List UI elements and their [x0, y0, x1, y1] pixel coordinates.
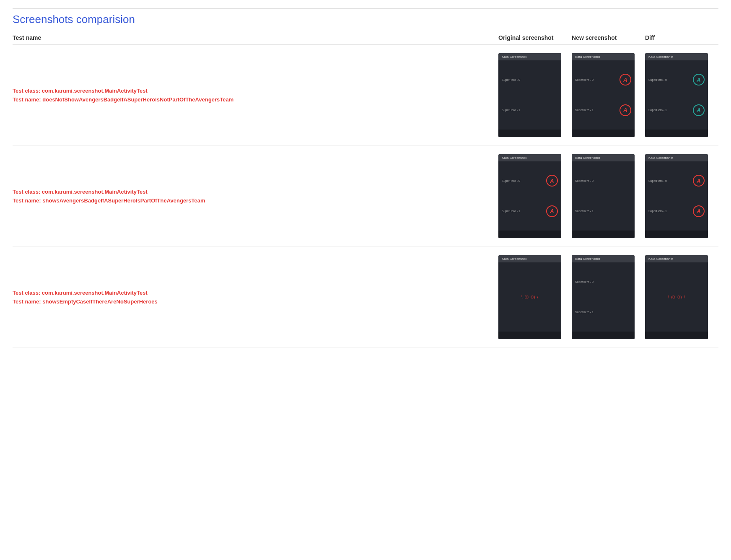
screen-footer — [572, 332, 635, 339]
superhero-label-1: SuperHero - 1 — [575, 109, 594, 111]
avengers-badge-bottom: A — [693, 104, 705, 116]
empty-state-text: \_(ʘ_ʘ)_/ — [502, 287, 558, 308]
superhero-label-0: SuperHero - 0 — [502, 78, 520, 81]
superhero-label-1: SuperHero - 1 — [648, 210, 667, 213]
test-class-label-1: Test class: com.karumi.screenshot.MainAc… — [13, 189, 490, 195]
test-name-label-0: Test name: doesNotShowAvengersBadgeIfASu… — [13, 96, 490, 103]
screen-footer — [645, 130, 708, 137]
screen-row-bottom: SuperHero - 1A — [502, 204, 558, 219]
avengers-badge-bottom: A — [620, 104, 631, 116]
screen-row-top: SuperHero - 0 — [575, 279, 631, 285]
table-row-0: Test class: com.karumi.screenshot.MainAc… — [13, 45, 718, 146]
screen-row-bottom: SuperHero - 1A — [575, 103, 631, 118]
screen-row-bottom: SuperHero - 1A — [648, 103, 705, 118]
avengers-badge-top: A — [693, 175, 705, 187]
test-class-label-2: Test class: com.karumi.screenshot.MainAc… — [13, 290, 490, 296]
superhero-label-0: SuperHero - 0 — [648, 78, 667, 81]
table-row-2: Test class: com.karumi.screenshot.MainAc… — [13, 247, 718, 348]
screen-title-bar: Kata Screenshot — [645, 255, 708, 262]
test-info-2: Test class: com.karumi.screenshot.MainAc… — [13, 290, 498, 305]
screen-row-bottom: SuperHero - 1 — [502, 107, 558, 113]
screen-footer — [645, 231, 708, 238]
avengers-badge-bottom: A — [693, 205, 705, 217]
screenshot-cell-new-0[interactable]: Kata ScreenshotSuperHero - 0ASuperHero -… — [572, 53, 641, 137]
screenshot-cell-diff-0[interactable]: Kata ScreenshotSuperHero - 0ASuperHero -… — [645, 53, 714, 137]
screenshot-cell-original-1[interactable]: Kata ScreenshotSuperHero - 0ASuperHero -… — [498, 154, 568, 238]
screen-footer — [572, 231, 635, 238]
superhero-label-0: SuperHero - 0 — [575, 78, 594, 81]
screen-title-bar: Kata Screenshot — [645, 154, 708, 161]
superhero-label-1: SuperHero - 1 — [502, 109, 520, 111]
avengers-badge-top: A — [693, 74, 705, 86]
superhero-label-0: SuperHero - 0 — [502, 179, 520, 182]
screenshot-cell-new-1[interactable]: Kata ScreenshotSuperHero - 0SuperHero - … — [572, 154, 641, 238]
screen-title-bar: Kata Screenshot — [645, 53, 708, 60]
screen-footer — [498, 332, 561, 339]
superhero-label-0: SuperHero - 0 — [648, 179, 667, 182]
col-header-test-name: Test name — [13, 34, 498, 41]
screenshot-cell-original-2[interactable]: Kata Screenshot\_(ʘ_ʘ)_/ — [498, 255, 568, 339]
superhero-label-1: SuperHero - 1 — [648, 109, 667, 111]
avengers-badge-top: A — [546, 175, 558, 187]
superhero-label-1: SuperHero - 1 — [575, 311, 594, 314]
screen-footer — [645, 332, 708, 339]
superhero-label-0: SuperHero - 0 — [575, 179, 594, 182]
screen-row-bottom: SuperHero - 1A — [648, 204, 705, 219]
screen-row-bottom: SuperHero - 1 — [575, 309, 631, 315]
test-info-0: Test class: com.karumi.screenshot.MainAc… — [13, 88, 498, 103]
screenshot-cell-original-0[interactable]: Kata ScreenshotSuperHero - 0SuperHero - … — [498, 53, 568, 137]
screen-title-bar: Kata Screenshot — [498, 255, 561, 262]
avengers-badge-bottom: A — [546, 205, 558, 217]
test-name-label-2: Test name: showsEmptyCaseIfThereAreNoSup… — [13, 298, 490, 305]
screen-row-bottom: SuperHero - 1 — [575, 208, 631, 214]
test-class-label-0: Test class: com.karumi.screenshot.MainAc… — [13, 88, 490, 94]
screen-title-bar: Kata Screenshot — [572, 154, 635, 161]
screen-row-top: SuperHero - 0A — [648, 173, 705, 188]
screenshot-cell-diff-2[interactable]: Kata Screenshot\_(ʘ_ʘ)_/ — [645, 255, 714, 339]
test-name-label-1: Test name: showsAvengersBadgeIfASuperHer… — [13, 197, 490, 204]
table-header: Test name Original screenshot New screen… — [13, 34, 718, 45]
screen-row-top: SuperHero - 0 — [502, 77, 558, 83]
empty-state-text: \_(ʘ_ʘ)_/ — [648, 287, 705, 308]
table-row-1: Test class: com.karumi.screenshot.MainAc… — [13, 146, 718, 247]
col-header-new: New screenshot — [572, 34, 641, 41]
screen-row-top: SuperHero - 0A — [575, 72, 631, 87]
screen-row-top: SuperHero - 0A — [502, 173, 558, 188]
screen-row-top: SuperHero - 0 — [575, 178, 631, 184]
screen-row-top: SuperHero - 0A — [648, 72, 705, 87]
screen-footer — [498, 130, 561, 137]
screen-title-bar: Kata Screenshot — [498, 53, 561, 60]
rows-container: Test class: com.karumi.screenshot.MainAc… — [13, 45, 718, 348]
page-title: Screenshots comparision — [13, 13, 718, 26]
screen-title-bar: Kata Screenshot — [498, 154, 561, 161]
avengers-badge-top: A — [620, 74, 631, 86]
screenshot-cell-diff-1[interactable]: Kata ScreenshotSuperHero - 0ASuperHero -… — [645, 154, 714, 238]
screenshot-cell-new-2[interactable]: Kata ScreenshotSuperHero - 0SuperHero - … — [572, 255, 641, 339]
screen-footer — [498, 231, 561, 238]
screen-footer — [572, 130, 635, 137]
superhero-label-0: SuperHero - 0 — [575, 280, 594, 283]
col-header-original: Original screenshot — [498, 34, 568, 41]
test-info-1: Test class: com.karumi.screenshot.MainAc… — [13, 189, 498, 204]
screen-title-bar: Kata Screenshot — [572, 255, 635, 262]
screen-title-bar: Kata Screenshot — [572, 53, 635, 60]
superhero-label-1: SuperHero - 1 — [575, 210, 594, 213]
col-header-diff: Diff — [645, 34, 714, 41]
superhero-label-1: SuperHero - 1 — [502, 210, 520, 213]
